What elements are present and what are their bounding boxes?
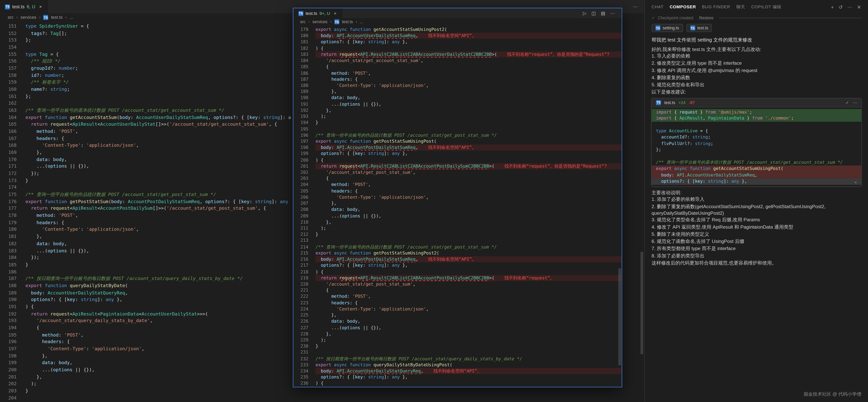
code-line[interactable]: 224 'Content-Type': 'application/json', [293,306,622,312]
line-number[interactable]: 195 [0,331,17,338]
line-number[interactable]: 224 [293,306,308,312]
close-icon[interactable]: ✕ [857,4,862,10]
split-editor-icon[interactable]: ◫ [591,10,596,16]
breadcrumb-item[interactable]: test.ts [342,19,353,24]
line-number[interactable]: 215 [293,250,308,256]
code-line[interactable]: 195 [293,126,622,132]
line-number[interactable]: 217 [293,262,308,269]
code-line[interactable]: 234 body: API.AccountUserDailyStatQueryR… [293,368,622,374]
line-number[interactable]: 198 [293,145,308,151]
line-number[interactable]: 163 [0,107,17,114]
code-line[interactable]: 183 return request<API.ResultC2ABListC2A… [293,51,622,58]
code-line[interactable]: 222 method: 'POST', [293,293,622,300]
line-number[interactable]: 194 [0,324,17,331]
code-line[interactable]: 220 '/account_stat/get_post_stat_sum', [293,281,622,287]
breadcrumb-item[interactable]: src [300,19,305,24]
line-number[interactable]: 181 [293,39,308,45]
line-number[interactable]: 201 [293,163,308,169]
code-line[interactable]: 229 ); [293,337,622,343]
close-icon[interactable]: × [39,4,42,9]
code-line[interactable]: 221 { [293,287,622,293]
code-line[interactable]: 191 ...(options || {}), [293,101,622,107]
line-number[interactable]: 154 [0,43,17,51]
breadcrumb-item[interactable]: src [8,15,13,20]
run-icon[interactable]: ▷ [583,10,587,16]
breadcrumb[interactable]: src › services › TS test.ts › ... [293,18,622,26]
code-line[interactable]: 211 ); [293,225,622,231]
line-number[interactable]: 164 [0,114,17,121]
code-line[interactable]: 182) { [293,45,622,51]
line-number[interactable]: 207 [293,200,308,207]
code-line[interactable]: 198 body: API.AccountPostDailyStatSumReq… [293,145,622,151]
code-line[interactable]: 179export async function getAccountStatS… [293,27,622,33]
code-line[interactable]: 209 ...(options || {}), [293,213,622,219]
code-line[interactable]: 223 headers: { [293,300,622,306]
line-number[interactable]: 157 [0,65,17,72]
line-number[interactable]: 193 [0,317,17,324]
check-icon[interactable]: ✓ [846,100,849,105]
context-file-chip[interactable]: TSsetting.ts [651,24,683,32]
code-line[interactable]: 201 return request<API.ResultC2ABListC2A… [293,163,622,169]
line-number[interactable]: 212 [293,231,308,238]
code-line[interactable]: 207 }, [293,200,622,207]
composer-tab-copilot-编辑[interactable]: COPILOT 编辑 [751,4,781,10]
line-number[interactable]: 196 [293,132,308,138]
code-line[interactable]: 205 headers: { [293,188,622,194]
breadcrumb-item[interactable]: services [312,19,328,24]
line-number[interactable]: 227 [293,324,308,331]
code-line[interactable]: 189 }, [293,89,622,95]
code-line[interactable]: 235 options?: { [key: string]: any }, [293,374,622,380]
line-number[interactable]: 160 [0,86,17,93]
line-number[interactable]: 194 [293,120,308,126]
composer-tab-composer[interactable]: COMPOSER [670,4,696,10]
code-line[interactable]: 202 '/account_stat/get_post_stat_sum', [293,169,622,176]
line-number[interactable]: 177 [0,205,17,212]
code-line[interactable]: 180 body: API.AccountUserDailyStatSumReq… [293,33,622,39]
line-number[interactable]: 230 [293,343,308,349]
code-line[interactable]: 233export async function queryDailyStatB… [293,362,622,368]
code-line[interactable]: 212} [293,231,622,238]
line-number[interactable]: 209 [293,213,308,219]
line-number[interactable]: 216 [293,256,308,262]
code-line[interactable]: 215export async function getPostStatSumU… [293,250,622,256]
line-number[interactable]: 189 [293,89,308,95]
code-line[interactable]: 219 return request<API.ResultC2ABListC2A… [293,275,622,281]
line-number[interactable]: 191 [293,101,308,107]
layout-icon[interactable]: ▤ [601,10,605,16]
line-number[interactable]: 170 [0,156,17,163]
breadcrumb-item[interactable]: services [21,15,36,20]
line-number[interactable]: 180 [0,226,17,233]
code-line[interactable]: 213 [293,238,622,244]
line-number[interactable]: 206 [293,194,308,200]
breadcrumb-item[interactable]: ... [69,15,73,20]
line-number[interactable]: 190 [293,95,308,101]
code-line[interactable]: 225 }, [293,312,622,318]
line-number[interactable]: 213 [293,238,308,244]
line-number[interactable]: 165 [0,121,17,128]
more-icon[interactable]: ⋯ [847,4,852,10]
code-line[interactable]: 231 [293,349,622,355]
line-number[interactable]: 185 [293,64,308,70]
line-number[interactable]: 197 [293,138,308,145]
line-number[interactable]: 192 [0,310,17,317]
line-number[interactable]: 195 [293,126,308,132]
line-number[interactable]: 233 [293,362,308,368]
scrollbar[interactable] [618,268,621,365]
diff-line[interactable]: options?: { [key: string]: any },⌄ [651,178,861,185]
line-number[interactable]: 162 [0,100,17,107]
close-icon[interactable]: × [334,11,337,16]
tab-test-ts-left[interactable]: TS test.ts 6, U × [0,0,47,13]
composer-tab-chat[interactable]: CHAT [651,4,663,10]
breadcrumb-item[interactable]: test.ts [51,15,63,20]
code-line[interactable]: 199 options?: { [key: string]: any }, [293,151,622,157]
code-line[interactable]: 203 { [293,176,622,182]
more-icon[interactable]: ⋯ [853,100,857,105]
composer-tab-聊天[interactable]: 聊天 [736,4,745,10]
breadcrumb-item[interactable]: ... [360,19,363,24]
composer-tab-bug-finder[interactable]: BUG FINDER [702,4,730,10]
code-line[interactable]: 208 data: body, [293,207,622,213]
line-number[interactable]: 225 [293,312,308,318]
line-number[interactable]: 179 [293,27,308,33]
line-number[interactable]: 203 [293,176,308,182]
restore-button[interactable]: Restore [699,16,713,21]
